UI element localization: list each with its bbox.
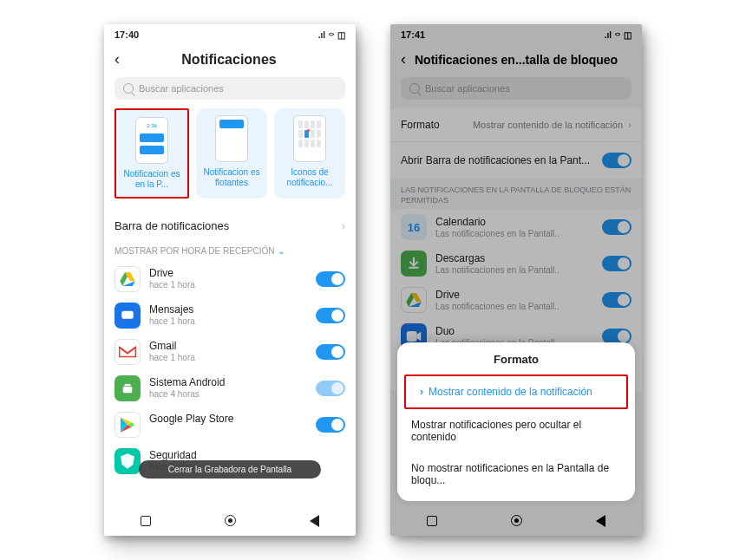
icons-mock-icon — [293, 115, 326, 162]
toast: Cerrar la Grabadora de Pantalla — [139, 460, 321, 479]
back-nav-icon[interactable] — [596, 515, 605, 527]
card-label: Notificacion es flotantes — [200, 167, 264, 188]
app-row-messages[interactable]: Mensajeshace 1 hora — [104, 297, 356, 334]
app-row-gmail[interactable]: Gmailhace 1 hora — [104, 334, 356, 370]
nav-bar — [104, 505, 356, 536]
status-right: .ıl⌔◫ — [318, 30, 345, 40]
row-notification-bar[interactable]: Barra de notificaciones › — [104, 209, 356, 243]
card-lockscreen[interactable]: Notificacion es en la P... — [115, 108, 189, 199]
sheet-option-no-notifications[interactable]: No mostrar notificaciones en la Pantalla… — [397, 453, 635, 496]
status-bar: 17:40 .ıl⌔◫ — [104, 24, 356, 45]
home-icon[interactable] — [225, 515, 236, 526]
svg-rect-4 — [123, 387, 133, 394]
gmail-icon — [115, 339, 141, 365]
svg-rect-3 — [121, 311, 134, 319]
play-store-icon — [115, 412, 141, 438]
notification-cards: Notificacion es en la P... Notificacion … — [104, 108, 356, 209]
shield-icon — [115, 448, 141, 474]
home-icon[interactable] — [511, 515, 522, 526]
sheet-option-show-content[interactable]: Mostrar contenido de la notificación — [406, 376, 626, 407]
card-label: Notificacion es en la P... — [120, 169, 184, 190]
status-time: 17:40 — [115, 29, 139, 40]
recents-icon[interactable] — [427, 516, 437, 526]
bottom-sheet-formato: Formato Mostrar contenido de la notifica… — [397, 342, 635, 501]
app-row-android[interactable]: Sistema Androidhace 4 horas — [104, 370, 356, 407]
card-floating[interactable]: Notificacion es flotantes — [196, 108, 267, 199]
search-placeholder: Buscar aplicaciones — [139, 83, 224, 94]
search-input[interactable]: Buscar aplicaciones — [115, 77, 345, 100]
section-sort-label[interactable]: MOSTRAR POR HORA DE RECEPCIÓN ⌄ — [104, 243, 356, 261]
search-icon — [123, 83, 134, 94]
floating-mock-icon — [215, 115, 248, 162]
messages-icon — [115, 303, 141, 329]
page-title: Notificaciones — [113, 52, 345, 68]
nav-bar — [390, 505, 642, 536]
lockscreen-mock-icon — [135, 117, 168, 164]
toggle[interactable] — [316, 417, 345, 433]
sheet-title: Formato — [397, 353, 635, 374]
drive-icon — [115, 266, 141, 292]
row-label: Barra de notificaciones — [115, 219, 229, 232]
chevron-down-icon: ⌄ — [278, 246, 285, 256]
recents-icon[interactable] — [141, 516, 151, 526]
card-icons[interactable]: Iconos de notificacio... — [274, 108, 345, 199]
toggle[interactable] — [316, 271, 345, 287]
card-label: Iconos de notificacio... — [278, 167, 342, 188]
back-nav-icon[interactable] — [310, 515, 319, 527]
app-row-playstore[interactable]: Google Play Store. — [104, 407, 356, 443]
android-icon — [115, 375, 141, 401]
phone-notifications: 17:40 .ıl⌔◫ ‹ Notificaciones Buscar apli… — [104, 24, 356, 536]
header: ‹ Notificaciones — [104, 45, 356, 77]
toggle[interactable] — [316, 381, 345, 396]
sheet-option-hide-content[interactable]: Mostrar notificaciones pero ocultar el c… — [397, 409, 635, 453]
chevron-right-icon: › — [342, 220, 345, 232]
app-row-drive[interactable]: Drivehace 1 hora — [104, 261, 356, 297]
toggle[interactable] — [316, 308, 345, 323]
app-list: Drivehace 1 hora Mensajeshace 1 hora Gma… — [104, 261, 356, 479]
phone-lockscreen-settings: 17:41 .ıl⌔◫ ‹ Notificaciones en...talla … — [390, 24, 642, 536]
toggle[interactable] — [316, 344, 345, 360]
